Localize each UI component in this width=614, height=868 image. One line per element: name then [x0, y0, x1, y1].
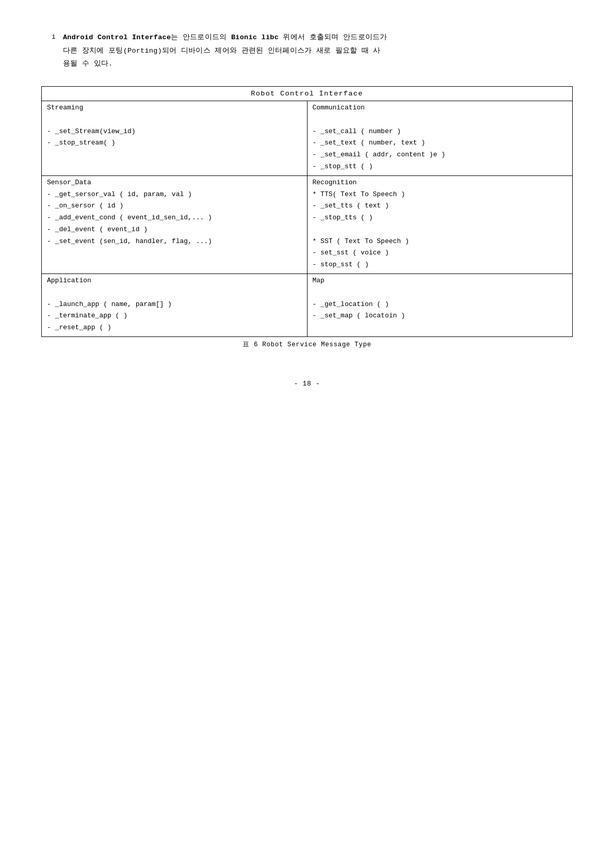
recognition-header: Recognition [307, 175, 573, 188]
communication-methods: - _set_call ( number ) - _set_text ( num… [313, 114, 568, 173]
page-number: - 18 - [41, 380, 573, 388]
intro-bold-term: Android Control Interface [63, 34, 171, 41]
section-streaming-header: Streaming Communication [42, 101, 573, 113]
communication-header: Communication [307, 101, 573, 113]
recognition-methods: * TTS( Text To Speech ) - _set_tts ( tex… [313, 189, 568, 271]
streaming-content: - _set_Stream(view_id) - _stop_stream( ) [42, 113, 308, 175]
section-sensor-content: - _get_sersor_val ( id, param, val ) - _… [42, 188, 573, 274]
section-app-header: Application Map [42, 274, 573, 286]
section-streaming-content: - _set_Stream(view_id) - _stop_stream( )… [42, 113, 573, 175]
table-title-row: Robot Control Interface [42, 86, 573, 101]
map-methods: - _get_location ( ) - _set_map ( locatoi… [313, 287, 568, 322]
intro-text: Android Control Interface는 안드로이드의 Bionic… [63, 31, 387, 71]
bullet-marker: i [52, 31, 58, 71]
intro-line2: 다른 장치에 포팅(Porting)되어 디바이스 제어와 관련된 인터페이스가… [63, 47, 381, 55]
table-wrapper: Robot Control Interface Streaming Commun… [41, 86, 573, 349]
application-methods: - _launch_app ( name, param[] ) - _termi… [47, 287, 302, 334]
intro-line3: 용될 수 있다. [63, 60, 112, 68]
sensor-content: - _get_sersor_val ( id, param, val ) - _… [42, 188, 308, 274]
map-header: Map [307, 274, 573, 286]
application-content: - _launch_app ( name, param[] ) - _termi… [42, 286, 308, 337]
section-sensor-header: Sensor_Data Recognition [42, 175, 573, 188]
intro-text-p2: 는 안드로이드의 [171, 34, 227, 41]
table-caption: 표 6 Robot Service Message Type [41, 340, 573, 349]
application-header: Application [42, 274, 308, 286]
communication-content: - _set_call ( number ) - _set_text ( num… [307, 113, 573, 175]
intro-bold-libc: Bionic libc [231, 34, 279, 41]
robot-control-interface-table: Robot Control Interface Streaming Commun… [41, 86, 573, 337]
map-content: - _get_location ( ) - _set_map ( locatoi… [307, 286, 573, 337]
section-app-content: - _launch_app ( name, param[] ) - _termi… [42, 286, 573, 337]
table-title: Robot Control Interface [42, 86, 573, 101]
streaming-header: Streaming [42, 101, 308, 113]
intro-section: i Android Control Interface는 안드로이드의 Bion… [41, 31, 573, 71]
sensor-header: Sensor_Data [42, 175, 308, 188]
intro-text-p3: 위에서 호출되며 안드로이드가 [283, 34, 387, 41]
intro-bullet: i Android Control Interface는 안드로이드의 Bion… [52, 31, 573, 71]
recognition-content: * TTS( Text To Speech ) - _set_tts ( tex… [307, 188, 573, 274]
streaming-methods: - _set_Stream(view_id) - _stop_stream( ) [47, 114, 302, 149]
sensor-methods: - _get_sersor_val ( id, param, val ) - _… [47, 189, 302, 248]
